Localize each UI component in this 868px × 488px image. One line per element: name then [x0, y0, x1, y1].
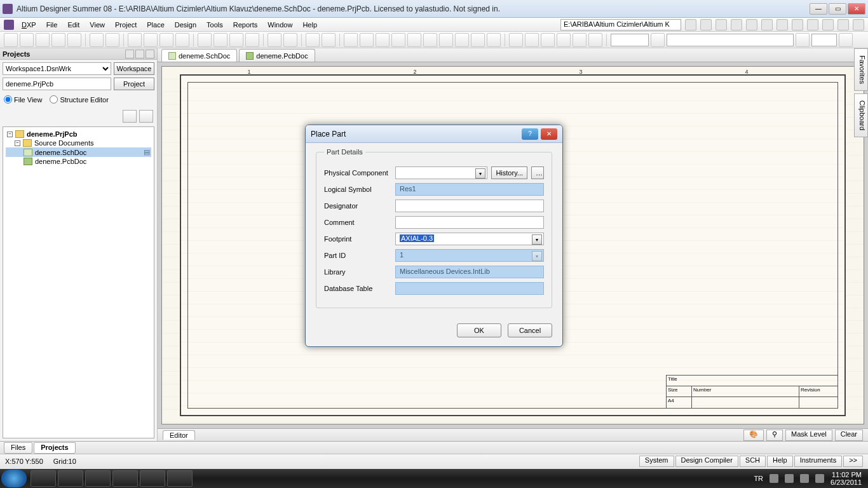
start-button[interactable] [1, 470, 27, 487]
comment-label: Comment [324, 219, 391, 226]
chevron-down-icon[interactable]: ▾ [532, 234, 542, 245]
partid-label: Part ID [324, 252, 391, 259]
tray-volume-icon[interactable] [785, 474, 794, 483]
physical-component-combo[interactable]: ▾ [395, 166, 487, 179]
taskbar-ie-icon[interactable] [112, 470, 138, 487]
tray-lang[interactable]: TR [754, 475, 763, 482]
taskbar-altium-icon[interactable] [167, 470, 193, 487]
dialog-title: Place Part [311, 130, 346, 139]
tray-clock[interactable]: 11:02 PM 6/23/2011 [831, 471, 862, 486]
tray-date: 6/23/2011 [831, 478, 862, 486]
tray-network-icon[interactable] [800, 474, 809, 483]
taskbar-word-icon[interactable] [140, 470, 165, 487]
windows-taskbar: TR 11:02 PM 6/23/2011 [0, 469, 868, 488]
fieldset-legend: Part Details [324, 148, 365, 156]
taskbar-firefox-icon[interactable] [85, 470, 111, 487]
library-label: Library [324, 268, 391, 276]
designator-field[interactable] [395, 200, 544, 212]
browse-button[interactable]: … [531, 166, 544, 179]
designator-label: Designator [324, 202, 391, 210]
part-details-fieldset: Part Details Physical Component ▾ Histor… [316, 152, 552, 308]
footprint-label: Footprint [324, 235, 391, 243]
tray-time: 11:02 PM [831, 471, 862, 478]
modal-backdrop: Place Part ? ✕ Part Details Physical Com… [0, 0, 868, 488]
logical-symbol-field: Res1 [395, 183, 544, 196]
comment-field[interactable] [395, 216, 544, 229]
dialog-help-button[interactable]: ? [522, 128, 538, 140]
logical-symbol-label: Logical Symbol [324, 186, 391, 193]
history-button[interactable]: History... [491, 166, 527, 179]
dbtable-field [395, 282, 544, 295]
chevron-down-icon[interactable]: ▾ [475, 168, 485, 179]
dialog-titlebar[interactable]: Place Part ? ✕ [306, 125, 562, 143]
cancel-button[interactable]: Cancel [508, 323, 552, 337]
library-field: Miscellaneous Devices.IntLib [395, 266, 544, 278]
physical-component-label: Physical Component [324, 169, 391, 177]
dialog-close-button[interactable]: ✕ [541, 128, 557, 140]
taskbar-mediaplayer-icon[interactable] [31, 470, 56, 487]
footprint-combo[interactable]: AXIAL-0.3 ▾ [395, 233, 544, 245]
taskbar-explorer-icon[interactable] [58, 470, 83, 487]
tray-dropbox-icon[interactable] [815, 474, 824, 483]
chevron-down-icon: ▾ [532, 251, 542, 261]
place-part-dialog: Place Part ? ✕ Part Details Physical Com… [305, 125, 563, 347]
tray-flag-icon[interactable] [770, 474, 778, 483]
dbtable-label: Database Table [324, 285, 391, 292]
partid-value: 1 [400, 251, 403, 259]
footprint-value: AXIAL-0.3 [400, 234, 434, 242]
partid-combo[interactable]: 1 ▾ [395, 249, 544, 262]
ok-button[interactable]: OK [457, 323, 501, 337]
